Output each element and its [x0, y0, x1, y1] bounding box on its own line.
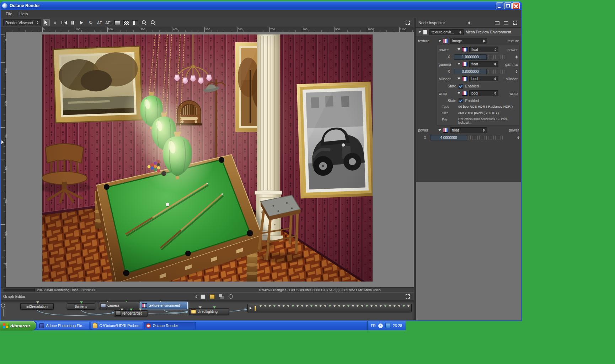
collapse-triangle-icon[interactable] — [438, 129, 441, 133]
gamma-type-select[interactable]: float — [469, 61, 498, 67]
spinner-icon[interactable] — [515, 69, 518, 74]
pin-icon[interactable] — [338, 305, 340, 308]
tray-app-icon[interactable] — [385, 323, 390, 328]
graph-expand-button[interactable] — [404, 293, 411, 300]
power-type-select[interactable]: float — [469, 47, 498, 53]
wrap-checkbox[interactable] — [459, 98, 463, 103]
graph-node-int2resolution[interactable]: int2resolution — [20, 303, 54, 310]
graph-node-camera[interactable]: camera — [99, 302, 139, 309]
node-pin-icon[interactable] — [106, 301, 109, 304]
menu-file[interactable]: File — [2, 11, 16, 17]
zoom-out-button[interactable] — [149, 19, 156, 26]
task-photoshop[interactable]: Adobe Photoshop Ele... — [37, 322, 89, 330]
maximize-button[interactable] — [504, 2, 512, 9]
minimize-button[interactable] — [496, 2, 503, 9]
graph-node-texture-environment[interactable]: texture environment — [140, 302, 188, 309]
task-explorer[interactable]: C:\Octane\HDRI Probes — [91, 322, 143, 330]
pin-icon[interactable] — [292, 305, 294, 308]
slider-ticks[interactable] — [488, 55, 507, 59]
pin-icon[interactable] — [384, 305, 386, 308]
pin-icon[interactable] — [329, 305, 331, 308]
graph-open-button[interactable] — [209, 293, 216, 300]
pin-icon[interactable] — [333, 305, 336, 308]
node-pin-icon[interactable] — [199, 306, 202, 310]
spinner-icon[interactable] — [515, 54, 518, 60]
graph-output-pinbar[interactable] — [247, 304, 412, 312]
pin-icon[interactable] — [398, 305, 400, 308]
slider-ticks[interactable] — [488, 70, 507, 74]
task-octane[interactable]: Octane Render — [144, 322, 196, 330]
collapse-triangle-icon[interactable] — [418, 31, 421, 34]
pane-toggle-icon[interactable] — [1, 140, 6, 144]
spinner-icon[interactable] — [468, 20, 470, 26]
graph-new-button[interactable] — [199, 293, 207, 300]
pin-icon[interactable] — [269, 305, 271, 308]
zoom-in-button[interactable] — [140, 19, 148, 26]
node-type-select[interactable]: texture envir... — [429, 29, 464, 35]
pin-icon[interactable] — [264, 305, 266, 308]
gamma-value-field[interactable]: 0.8000000 — [454, 69, 487, 74]
collapse-triangle-icon[interactable] — [458, 77, 460, 81]
node-pin-icon[interactable] — [80, 301, 83, 305]
bilinear-type-select[interactable]: bool — [469, 76, 498, 82]
pause-render-button[interactable] — [69, 19, 76, 26]
render-image[interactable] — [42, 34, 373, 282]
viewport-expand-button[interactable] — [404, 19, 411, 26]
bilinear-checkbox[interactable] — [459, 84, 463, 89]
node-pin-icon[interactable] — [130, 309, 133, 312]
select-tool-button[interactable] — [43, 19, 50, 26]
menu-help[interactable]: Help — [16, 11, 32, 17]
graph-node-thinlens[interactable]: thinlens — [67, 303, 95, 310]
inspector-expand-button[interactable] — [512, 19, 519, 26]
compare-button[interactable] — [132, 19, 139, 26]
graph-node-directlighting[interactable]: directlighting — [189, 308, 229, 315]
pin-icon[interactable] — [370, 305, 373, 308]
pin-icon[interactable] — [389, 305, 391, 308]
node-pin-icon[interactable] — [139, 309, 142, 312]
pin-icon[interactable] — [273, 305, 276, 308]
pin-icon[interactable] — [306, 305, 308, 308]
graph-settings-button[interactable] — [227, 293, 234, 300]
pin-icon[interactable] — [315, 305, 317, 308]
pin-icon[interactable] — [407, 305, 410, 308]
hide-icons-chevron[interactable]: « — [378, 323, 383, 328]
render-viewport[interactable]: 0100200300400500600700 — [1, 32, 414, 287]
texture-type-select[interactable]: image — [450, 38, 487, 44]
inspector-dock-button[interactable] — [494, 19, 501, 26]
pin-icon[interactable] — [278, 305, 280, 308]
collapse-triangle-icon[interactable] — [458, 63, 460, 66]
pin-icon[interactable] — [380, 305, 382, 308]
pin-icon[interactable] — [301, 305, 303, 308]
start-button[interactable]: démarrer — [0, 321, 36, 330]
spinner-icon[interactable] — [37, 20, 39, 25]
node-pin-icon[interactable] — [213, 306, 216, 310]
pin-icon[interactable] — [357, 305, 359, 308]
node-pin-icon[interactable] — [125, 301, 128, 304]
slider-ticks[interactable] — [469, 136, 504, 140]
pin-icon[interactable] — [260, 305, 262, 308]
language-indicator[interactable]: FR — [371, 324, 375, 328]
pin-icon[interactable] — [287, 305, 289, 308]
pin-icon[interactable] — [394, 305, 396, 308]
start-render-button[interactable] — [78, 19, 85, 26]
pin-icon[interactable] — [352, 305, 354, 308]
restart-render-button[interactable] — [60, 19, 68, 26]
autofocus-button[interactable]: AF — [96, 19, 103, 26]
collapse-triangle-icon[interactable] — [438, 40, 441, 43]
spinner-icon[interactable] — [517, 135, 519, 140]
node-pin-icon[interactable] — [36, 301, 39, 305]
node-pin-icon[interactable] — [121, 309, 123, 312]
graph-editor-canvas[interactable]: int2resolution thinlens camera — [1, 301, 414, 320]
pin-icon[interactable] — [361, 305, 363, 308]
pin-icon[interactable] — [296, 305, 299, 308]
pin-icon[interactable] — [283, 305, 285, 308]
pin-icon[interactable] — [310, 305, 312, 308]
pin-icon[interactable] — [403, 305, 405, 308]
collapse-arrow-icon[interactable] — [250, 307, 253, 310]
pin-icon[interactable] — [347, 305, 349, 308]
tonemap-button[interactable] — [114, 19, 121, 26]
spinner-icon[interactable] — [195, 294, 197, 299]
refresh-button[interactable] — [87, 19, 94, 26]
titlebar[interactable]: Octane Render — [1, 1, 521, 10]
wrap-type-select[interactable]: bool — [469, 90, 498, 96]
